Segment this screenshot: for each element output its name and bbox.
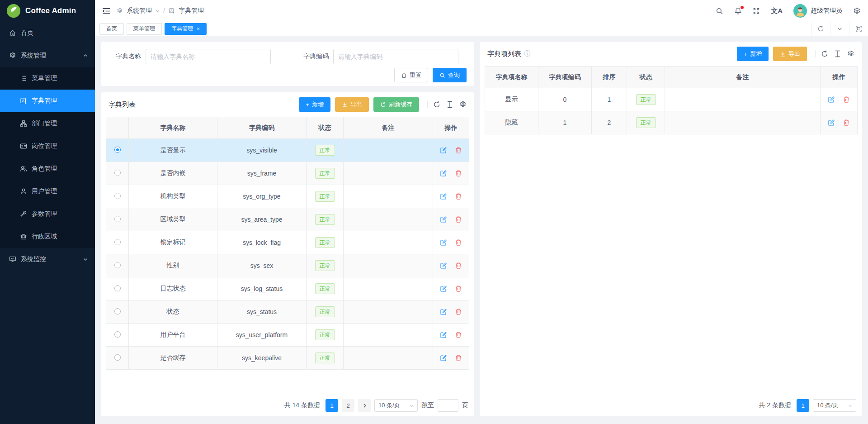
row-radio[interactable] [114,262,121,268]
delete-icon[interactable] [455,262,462,269]
sidebar-item-post-mgmt[interactable]: 岗位管理 [0,135,95,157]
fullscreen-icon[interactable] [753,7,760,14]
jump-page-input[interactable] [438,399,458,412]
tab-options-chevron-icon[interactable] [830,22,849,36]
search-icon[interactable] [716,7,723,15]
dict-name-input[interactable] [146,49,271,64]
sidebar-item-admin-region[interactable]: 行政区域 [0,225,95,248]
page-button-1[interactable]: 1 [326,399,338,412]
sidebar-item-system-monitor[interactable]: 系统监控 [0,248,95,271]
table-row[interactable]: 状态 sys_status 正常 [106,300,469,324]
edit-icon[interactable] [440,262,447,269]
table-row[interactable]: 日志状态 sys_log_status 正常 [106,277,469,300]
add-dict-item-button[interactable]: +新增 [737,47,769,61]
row-radio[interactable] [114,147,121,153]
delete-icon[interactable] [455,331,462,338]
column-header: 字典项编码 [538,67,592,88]
page-button-2[interactable]: 2 [342,399,354,412]
settings-gear-icon[interactable] [853,7,861,15]
table-row[interactable]: 性别 sys_sex 正常 [106,254,469,277]
refresh-page-icon[interactable] [811,22,830,36]
edit-icon[interactable] [828,119,835,126]
table-row[interactable]: 用户平台 sys_user_platform 正常 [106,324,469,347]
edit-icon[interactable] [440,308,447,315]
sidebar-item-user-mgmt[interactable]: 用户管理 [0,180,95,203]
delete-icon[interactable] [455,354,462,362]
close-icon[interactable]: × [197,26,200,32]
tab-menu-mgmt[interactable]: 菜单管理 [127,23,162,35]
tab-home[interactable]: 首页 [99,23,124,35]
table-row[interactable]: 是否内嵌 sys_frame 正常 [106,162,469,185]
delete-icon[interactable] [455,239,462,246]
row-radio[interactable] [114,285,121,291]
logo[interactable]: Coffee Admin [0,0,95,22]
dictionary-icon: A [20,97,27,105]
edit-icon[interactable] [440,354,447,362]
table-row[interactable]: 区域类型 sys_area_type 正常 [106,208,469,231]
user-menu[interactable]: 超级管理员 [793,4,842,18]
sidebar-item-dict-mgmt[interactable]: A 字典管理 [0,90,95,112]
table-row[interactable]: 是否缓存 sys_keepalive 正常 [106,347,469,370]
refresh-table-icon[interactable] [433,101,440,108]
page-button-1[interactable]: 1 [797,399,809,412]
query-button[interactable]: 查询 [433,68,467,82]
reset-button[interactable]: 重置 [394,68,428,82]
row-radio[interactable] [114,331,121,338]
delete-icon[interactable] [455,285,462,292]
row-height-icon[interactable] [835,50,841,57]
export-dict-item-button[interactable]: 导出 [773,47,807,61]
dict-code-input[interactable] [333,49,458,64]
delete-icon[interactable] [455,308,462,315]
table-row[interactable]: 显示 0 1 正常 [485,88,858,111]
edit-icon[interactable] [440,193,447,200]
content-maximize-icon[interactable] [849,22,868,36]
edit-icon[interactable] [440,285,447,292]
dict-code-cell: sys_frame [217,162,307,185]
edit-icon[interactable] [440,170,447,177]
column-settings-gear-icon[interactable] [459,101,467,108]
edit-icon[interactable] [440,239,447,246]
row-radio[interactable] [114,354,121,361]
sidebar-item-role-mgmt[interactable]: 角色管理 [0,157,95,180]
row-radio[interactable] [114,216,121,222]
row-radio[interactable] [114,308,121,314]
refresh-cache-button[interactable]: 刷新缓存 [373,97,419,112]
page-size-select[interactable]: 10 条/页 [374,399,418,412]
add-dict-button[interactable]: +新增 [299,97,330,112]
row-radio[interactable] [114,170,121,176]
column-settings-gear-icon[interactable] [847,50,854,57]
sidebar-item-home[interactable]: 首页 [0,22,95,44]
note-cell [344,347,433,370]
table-row[interactable]: 锁定标记 sys_lock_flag 正常 [106,231,469,254]
refresh-table-icon[interactable] [821,50,828,57]
next-page-button[interactable] [358,399,371,412]
translate-icon[interactable]: 文A [771,7,783,15]
sidebar-item-dept-mgmt[interactable]: 部门管理 [0,112,95,135]
breadcrumb-level1[interactable]: 系统管理 [127,7,152,15]
row-radio[interactable] [114,239,121,245]
table-row[interactable]: 隐藏 1 2 正常 [485,111,858,134]
table-row[interactable]: 是否显示 sys_visible 正常 [106,139,469,162]
sidebar-item-label: 角色管理 [32,165,57,173]
notification-bell-icon[interactable] [734,7,742,15]
delete-icon[interactable] [455,193,462,200]
edit-icon[interactable] [440,331,447,338]
edit-icon[interactable] [828,96,835,103]
export-dict-button[interactable]: 导出 [335,97,369,112]
edit-icon[interactable] [440,216,447,223]
delete-icon[interactable] [455,147,462,154]
sidebar-item-param-mgmt[interactable]: 参数管理 [0,203,95,225]
table-row[interactable]: 机构类型 sys_org_type 正常 [106,185,469,208]
sidebar-collapse-icon[interactable] [102,8,110,14]
row-radio[interactable] [114,193,121,199]
sidebar-item-menu-mgmt[interactable]: 菜单管理 [0,67,95,90]
delete-icon[interactable] [455,170,462,177]
tab-dict-mgmt[interactable]: 字典管理 × [165,23,207,35]
delete-icon[interactable] [843,96,850,103]
row-height-icon[interactable] [447,101,453,108]
sidebar-item-system-mgmt[interactable]: 系统管理 [0,44,95,67]
page-size-select[interactable]: 10 条/页 [813,399,856,412]
edit-icon[interactable] [440,147,447,154]
delete-icon[interactable] [455,216,462,223]
delete-icon[interactable] [843,119,850,126]
